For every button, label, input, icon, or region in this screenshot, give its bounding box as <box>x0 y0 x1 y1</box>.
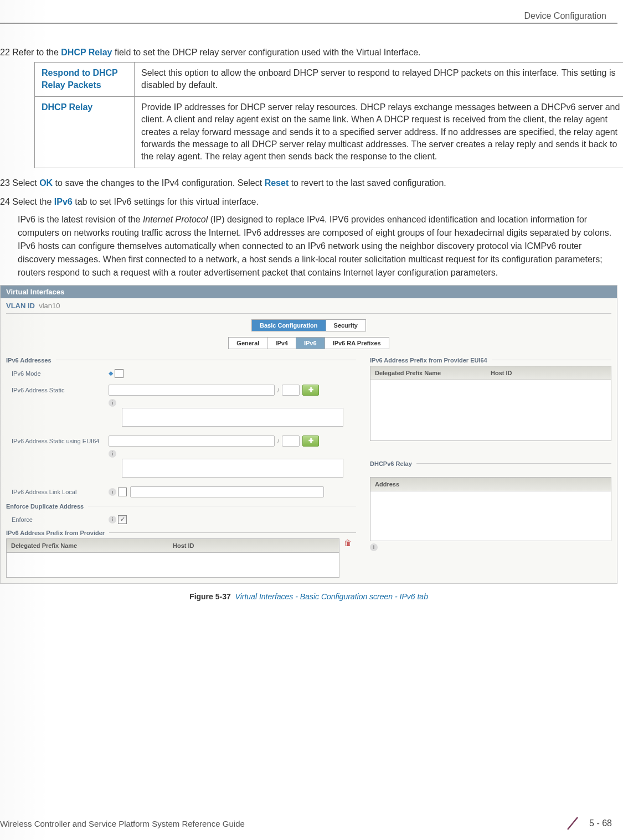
header-section: Device Configuration <box>0 11 617 23</box>
tab-general[interactable]: General <box>229 338 267 349</box>
info-icon[interactable]: i <box>109 516 116 523</box>
prefix-eui64-table: Delegated Prefix Name Host ID <box>370 366 611 441</box>
screenshot-title: Virtual Interfaces <box>1 286 617 298</box>
tab-basic-config[interactable]: Basic Configuration <box>252 320 326 331</box>
row-ipv6-mode: IPv6 Mode ◆ <box>6 366 356 381</box>
tab-ipv6-ra[interactable]: IPv6 RA Prefixes <box>325 338 389 349</box>
dhcp-relay-table: Respond to DHCP Relay Packets Select thi… <box>34 62 623 168</box>
label-ipv6-static: IPv6 Address Static <box>12 387 109 393</box>
prefix-table-header: Delegated Prefix Name Host ID <box>6 538 339 553</box>
relay-body[interactable] <box>370 491 611 541</box>
footer-guide-title: Wireless Controller and Service Platform… <box>0 819 245 828</box>
screenshot-body: IPv6 Addresses IPv6 Mode ◆ IPv6 Address … <box>1 349 617 583</box>
step22-prefix: 22 Refer to the <box>0 48 61 57</box>
vlan-id-value: vlan10 <box>39 302 60 310</box>
step22-bold: DHCP Relay <box>61 48 112 57</box>
dhcpv6-relay-table: Address i <box>370 477 611 551</box>
step23-suffix: to revert to the last saved configuratio… <box>289 178 446 188</box>
col-delegated-prefix: Delegated Prefix Name <box>375 370 491 376</box>
col-address: Address <box>375 481 491 488</box>
row-enforce: Enforce i <box>6 512 356 527</box>
step24-suffix: tab to set IPv6 settings for this virtua… <box>73 197 259 206</box>
info-icon[interactable]: i <box>370 543 378 551</box>
prefix-table: Delegated Prefix Name Host ID <box>6 538 339 578</box>
figure-text: Virtual Interfaces - Basic Configuration… <box>235 592 428 601</box>
table-label: DHCP Relay <box>35 96 135 168</box>
ipv6-mode-checkbox[interactable] <box>115 369 123 378</box>
step-22: 22 Refer to the DHCP Relay field to set … <box>0 46 617 59</box>
ipv6-config-screenshot: Virtual Interfaces VLAN ID vlan10 Basic … <box>0 285 617 584</box>
figure-label: Figure 5-37 <box>189 592 231 601</box>
listbox-wrap-2: i <box>6 450 356 478</box>
col-delegated-prefix: Delegated Prefix Name <box>11 542 173 549</box>
add-button[interactable]: ✚ <box>302 435 319 447</box>
ipv6-eui64-prefix[interactable] <box>282 435 300 447</box>
ipv6-static-prefix[interactable] <box>282 385 300 396</box>
ipv6-eui64-list[interactable] <box>122 459 343 478</box>
table-row: DHCP Relay Provide IP addresses for DHCP… <box>35 96 624 168</box>
row-ipv6-link-local: IPv6 Address Link Local i <box>6 483 356 501</box>
step-23: 23 Select OK to save the changes to the … <box>0 177 617 190</box>
col-host-id: Host ID <box>173 542 194 549</box>
page-number: 5 - 68 <box>589 818 612 828</box>
col-host-id: Host ID <box>491 370 512 376</box>
row-ipv6-static: IPv6 Address Static / ✚ <box>6 381 356 399</box>
row-ipv6-eui64: IPv6 Address Static using EUI64 / ✚ <box>6 432 356 450</box>
slash-sep: / <box>277 438 279 444</box>
table-desc: Provide IP addresses for DHCP server rel… <box>135 96 624 168</box>
section-prefix-provider: IPv6 Address Prefix from Provider <box>6 530 356 536</box>
screenshot-right-col: IPv6 Address Prefix from Provider EUI64 … <box>370 355 611 578</box>
section-dhcpv6-relay: DHCPv6 Relay <box>370 460 611 467</box>
svg-line-0 <box>568 817 578 829</box>
ipv6-eui64-input[interactable] <box>109 435 275 447</box>
label-ipv6-link-local: IPv6 Address Link Local <box>12 489 109 495</box>
plus-icon: ✚ <box>308 386 313 393</box>
label-enforce: Enforce <box>12 516 109 523</box>
info-icon[interactable]: i <box>109 399 116 407</box>
link-local-input[interactable] <box>130 486 324 497</box>
prefix-eui64-body[interactable] <box>370 380 611 441</box>
prefix-table-wrap: Delegated Prefix Name Host ID 🗑 <box>6 538 356 578</box>
screenshot-left-col: IPv6 Addresses IPv6 Mode ◆ IPv6 Address … <box>6 355 356 578</box>
ipv6-static-list[interactable] <box>122 408 343 427</box>
tab-security[interactable]: Security <box>326 320 365 331</box>
arrow-icon: ◆ <box>109 370 113 377</box>
info-icon[interactable]: i <box>109 450 116 458</box>
tab-group-primary: Basic Configuration Security <box>251 319 366 331</box>
step24-prefix: 24 Select the <box>0 197 54 206</box>
relay-header: Address <box>370 477 611 491</box>
info-icon[interactable]: i <box>109 488 116 496</box>
slash-sep: / <box>277 387 279 393</box>
listbox-wrap-1: i <box>6 399 356 427</box>
step22-suffix: field to set the DHCP relay server confi… <box>112 48 420 57</box>
table-row: Respond to DHCP Relay Packets Select thi… <box>35 63 624 97</box>
section-enforce-dup: Enforce Duplicate Address <box>6 503 356 510</box>
label-ipv6-mode: IPv6 Mode <box>12 370 109 377</box>
tab-group-secondary: General IPv4 IPv6 IPv6 RA Prefixes <box>228 337 389 349</box>
section-ipv6-addresses: IPv6 Addresses <box>6 357 356 364</box>
table-desc: Select this option to allow the onboard … <box>135 63 624 97</box>
label-ipv6-eui64: IPv6 Address Static using EUI64 <box>12 438 109 444</box>
footer-slash-icon <box>564 815 581 832</box>
step-24: 24 Select the IPv6 tab to set IPv6 setti… <box>0 195 617 209</box>
tab-ipv6[interactable]: IPv6 <box>296 338 325 349</box>
add-button[interactable]: ✚ <box>302 385 319 396</box>
tab-ipv4[interactable]: IPv4 <box>267 338 296 349</box>
reset-text: Reset <box>265 178 289 188</box>
ok-text: OK <box>39 178 53 188</box>
vlan-id-row: VLAN ID vlan10 <box>1 298 617 313</box>
header-rule <box>0 23 617 24</box>
step23-prefix: 23 Select <box>0 178 39 188</box>
prefix-table-body[interactable] <box>6 553 339 578</box>
vlan-label: VLAN ID <box>6 302 35 310</box>
relay-info-wrap: i <box>370 543 611 551</box>
page-footer: Wireless Controller and Service Platform… <box>0 815 623 832</box>
enforce-checkbox[interactable] <box>118 515 127 524</box>
ipv6-static-input[interactable] <box>109 385 275 396</box>
tab-row-secondary: General IPv4 IPv6 IPv6 RA Prefixes <box>6 331 611 349</box>
ipv6-description: IPv6 is the latest revision of the Inter… <box>18 213 617 279</box>
step23-mid: to save the changes to the IPv4 configur… <box>53 178 264 188</box>
ipv6-text: IPv6 <box>54 197 73 206</box>
trash-icon[interactable]: 🗑 <box>339 538 356 547</box>
link-local-checkbox[interactable] <box>118 488 127 496</box>
